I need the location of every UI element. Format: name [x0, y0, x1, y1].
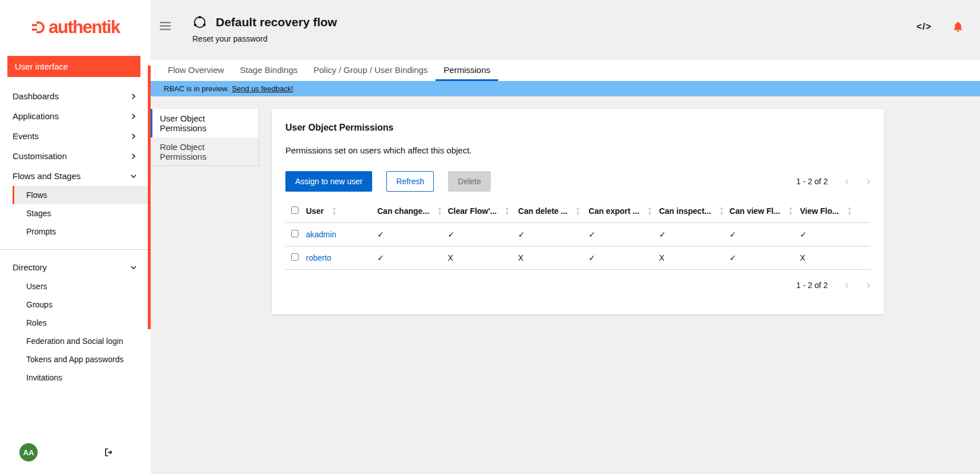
sidebar: authentik User interface Dashboards Appl… — [0, 0, 151, 474]
banner-text: RBAC is in preview. — [164, 84, 229, 93]
permissions-table: User Can change... Clear Flow'... — [285, 200, 870, 270]
delete-button[interactable]: Delete — [448, 171, 490, 192]
tab-stage-bindings[interactable]: Stage Bindings — [232, 60, 305, 81]
sort-icon — [847, 207, 852, 215]
pagination-prev-icon[interactable]: ‹ — [845, 175, 849, 188]
permission-cell: ✓ — [377, 246, 447, 270]
page-title: Default recovery flow — [216, 15, 337, 29]
permission-cell: ✓ — [729, 246, 800, 270]
pagination-next-icon[interactable]: › — [866, 279, 870, 291]
subtab-role-object-permissions[interactable]: Role Object Permissions — [151, 137, 259, 166]
hamburger-icon — [160, 22, 171, 30]
pagination-prev-icon[interactable]: ‹ — [845, 279, 849, 291]
sidebar-item-stages[interactable]: Stages — [13, 204, 151, 222]
pagination-next-icon[interactable]: › — [866, 175, 870, 188]
sidebar-item-label: Applications — [13, 111, 59, 121]
feedback-link[interactable]: Send us feedback! — [232, 84, 293, 93]
sidebar-item-customisation[interactable]: Customisation — [0, 146, 151, 166]
user-interface-button[interactable]: User interface — [7, 56, 140, 77]
sidebar-item-federation[interactable]: Federation and Social login — [13, 332, 151, 350]
table-toolbar: Assign to new user Refresh Delete 1 - 2 … — [285, 171, 870, 192]
sort-icon — [437, 207, 442, 215]
permission-cell: X — [447, 246, 518, 270]
chevron-down-icon — [130, 173, 137, 180]
table-row: roberto ✓ X X ✓ X ✓ X — [285, 246, 870, 270]
column-header-clear-flow[interactable]: Clear Flow'... — [447, 206, 513, 216]
user-link[interactable]: akadmin — [306, 230, 336, 239]
pagination-top: 1 - 2 of 2 ‹ › — [796, 175, 870, 188]
row-checkbox[interactable] — [291, 253, 299, 261]
pagination-label: 1 - 2 of 2 — [796, 281, 828, 290]
chevron-down-icon — [130, 264, 137, 271]
avatar[interactable]: AA — [19, 443, 38, 461]
column-header-can-export[interactable]: Can export ... — [588, 206, 654, 216]
sidebar-item-applications[interactable]: Applications — [0, 106, 151, 126]
permissions-subnav: User Object Permissions Role Object Perm… — [151, 109, 259, 166]
tab-permissions[interactable]: Permissions — [435, 60, 498, 81]
column-header-can-delete[interactable]: Can delete ... — [518, 206, 584, 216]
permissions-content: User Object Permissions Role Object Perm… — [151, 96, 980, 474]
flows-and-stages-sublist: Flows Stages Prompts — [13, 186, 151, 241]
chevron-right-icon — [130, 133, 137, 140]
pagination-bottom: 1 - 2 of 2 ‹ › — [285, 279, 870, 291]
sidebar-item-tokens[interactable]: Tokens and App passwords — [13, 350, 151, 368]
tab-flow-overview[interactable]: Flow Overview — [160, 60, 232, 81]
brand-wordmark: authentik — [49, 17, 119, 38]
column-header-view-flow[interactable]: View Flo... — [800, 206, 866, 216]
column-header-can-inspect[interactable]: Can inspect... — [659, 206, 725, 216]
page-header: Default recovery flow Reset your passwor… — [151, 0, 980, 60]
chevron-right-icon — [130, 93, 137, 100]
user-link[interactable]: roberto — [306, 253, 331, 262]
permission-cell: X — [800, 246, 870, 270]
table-header-row: User Can change... Clear Flow'... — [285, 200, 870, 223]
sort-icon — [719, 207, 724, 215]
sidebar-scrollbar[interactable] — [148, 66, 151, 329]
sidebar-divider — [0, 249, 151, 250]
page-subtitle: Reset your password — [192, 34, 337, 43]
logout-icon[interactable] — [103, 447, 115, 457]
sidebar-item-groups[interactable]: Groups — [13, 295, 151, 314]
permission-cell: X — [518, 246, 588, 270]
flow-tabs: Flow Overview Stage Bindings Policy / Gr… — [151, 60, 980, 81]
refresh-button[interactable]: Refresh — [386, 171, 434, 192]
authentik-logo[interactable]: authentik — [0, 0, 151, 48]
sidebar-item-label: Events — [13, 131, 39, 141]
select-all-checkbox[interactable] — [291, 206, 299, 214]
sidebar-item-label: Customisation — [13, 151, 67, 161]
column-header-can-view[interactable]: Can view Fl... — [729, 206, 795, 216]
api-code-icon[interactable]: </> — [917, 22, 931, 32]
sort-icon — [332, 207, 337, 215]
sidebar-item-events[interactable]: Events — [0, 126, 151, 146]
flow-icon — [192, 15, 207, 30]
sort-icon — [647, 207, 652, 215]
sidebar-item-label: Dashboards — [13, 91, 59, 101]
notification-bell-icon[interactable] — [952, 21, 964, 33]
sidebar-toggle-button[interactable] — [160, 22, 171, 30]
sidebar-item-dashboards[interactable]: Dashboards — [0, 86, 151, 106]
sidebar-item-directory[interactable]: Directory — [0, 257, 151, 277]
permission-cell: ✓ — [588, 223, 659, 246]
sidebar-item-users[interactable]: Users — [13, 277, 151, 295]
sidebar-item-prompts[interactable]: Prompts — [13, 222, 151, 241]
permission-cell: ✓ — [659, 223, 729, 246]
card-description: Permissions set on users which affect th… — [285, 145, 870, 155]
sidebar-item-roles[interactable]: Roles — [13, 314, 151, 332]
assign-to-new-user-button[interactable]: Assign to new user — [285, 171, 372, 192]
column-header-can-change[interactable]: Can change... — [377, 206, 443, 216]
permission-cell: ✓ — [800, 223, 870, 246]
app-root: authentik User interface Dashboards Appl… — [0, 0, 980, 474]
sidebar-item-flows-and-stages[interactable]: Flows and Stages — [0, 166, 151, 186]
card-title: User Object Permissions — [285, 123, 870, 133]
sidebar-item-flows[interactable]: Flows — [13, 186, 151, 204]
permission-cell: ✓ — [518, 223, 588, 246]
sort-icon — [788, 207, 793, 215]
sidebar-item-invitations[interactable]: Invitations — [13, 368, 151, 387]
permission-cell: ✓ — [588, 246, 659, 270]
column-header-user[interactable]: User — [306, 206, 373, 216]
subtab-user-object-permissions[interactable]: User Object Permissions — [151, 109, 259, 137]
sidebar-item-label: Directory — [13, 262, 47, 272]
tab-policy-group-user-bindings[interactable]: Policy / Group / User Bindings — [305, 60, 435, 81]
main-area: Default recovery flow Reset your passwor… — [151, 0, 980, 474]
sort-icon — [505, 207, 510, 215]
row-checkbox[interactable] — [291, 230, 299, 237]
